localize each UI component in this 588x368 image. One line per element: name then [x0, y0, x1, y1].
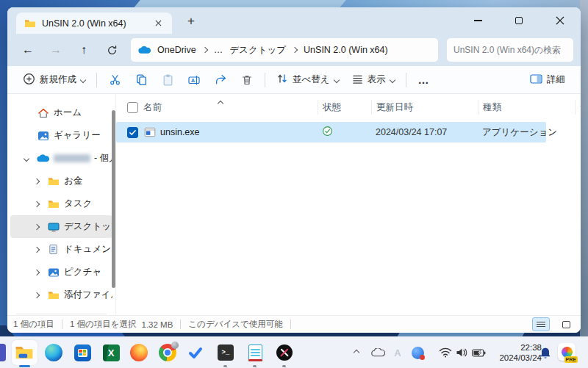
- chevron-right-icon: [34, 292, 40, 297]
- chevron-right-icon: [202, 47, 208, 53]
- up-icon[interactable]: ↑: [71, 38, 97, 62]
- item-count: 1 個の項目: [13, 319, 54, 330]
- breadcrumb-item-onedrive[interactable]: OneDrive: [157, 45, 196, 55]
- status-synced-icon: [322, 126, 333, 139]
- rename-icon[interactable]: A: [181, 69, 207, 91]
- onedrive-icon: [37, 152, 49, 165]
- chevron-right-icon: [34, 269, 40, 275]
- pictures-icon: [47, 266, 60, 278]
- desktop-icon: [47, 220, 60, 233]
- paste-icon[interactable]: [154, 69, 181, 91]
- column-header-type[interactable]: 種類: [478, 100, 575, 115]
- close-button[interactable]: [539, 7, 581, 34]
- taskbar-chrome-icon[interactable]: [158, 343, 177, 362]
- taskbar-x-app-icon[interactable]: [275, 343, 294, 362]
- sidebar-scrollbar[interactable]: [112, 110, 115, 288]
- exe-file-icon: [143, 126, 156, 139]
- search-box[interactable]: [447, 38, 573, 62]
- refresh-icon[interactable]: [98, 38, 125, 62]
- sidebar-item-attachments[interactable]: 添付ファイル: [10, 284, 112, 306]
- sidebar-item-documents[interactable]: ドキュメント: [10, 238, 112, 261]
- copy-icon[interactable]: [128, 69, 154, 91]
- column-header-modified[interactable]: 更新日時: [371, 100, 478, 115]
- running-indicator: [223, 365, 227, 367]
- file-row-unsin-exe[interactable]: unsin.exe 2024/03/24 17:07 アプリケーション: [116, 122, 546, 142]
- breadcrumb-item-current[interactable]: UnSIN 2.0 (Win x64): [304, 45, 388, 55]
- search-input[interactable]: [453, 45, 567, 55]
- hidden-icons-chevron[interactable]: [347, 343, 366, 362]
- taskbar-file-explorer-icon[interactable]: [15, 343, 34, 362]
- sidebar-item-okane[interactable]: お金: [10, 170, 112, 192]
- tray-app-sphere-icon[interactable]: [408, 343, 427, 362]
- file-explorer-window: UnSIN 2.0 (Win x64) + ← → ↑ OneDrive: [7, 7, 581, 333]
- folder-icon: [47, 198, 60, 210]
- tray-ime-indicator[interactable]: A: [388, 343, 407, 362]
- details-pane-icon: [530, 73, 542, 87]
- new-item-button[interactable]: 新規作成: [16, 69, 92, 91]
- taskbar-firefox-icon[interactable]: [129, 343, 148, 362]
- taskbar: X >_ A 22:38 2024/03/24 PRE: [0, 336, 588, 368]
- breadcrumb-item-desktop[interactable]: デスクトップ: [229, 44, 286, 57]
- select-all-checkbox[interactable]: [127, 102, 138, 113]
- taskbar-edge-icon[interactable]: [44, 343, 63, 362]
- details-pane-button[interactable]: 詳細: [523, 69, 572, 91]
- sidebar-item-home[interactable]: ホーム: [10, 101, 112, 124]
- chevron-right-icon: [34, 246, 40, 252]
- back-icon[interactable]: ←: [15, 38, 41, 62]
- sort-button[interactable]: 並べ替え: [270, 69, 345, 91]
- taskbar-terminal-icon[interactable]: >_: [216, 343, 235, 362]
- details-view-toggle[interactable]: [532, 317, 550, 331]
- taskbar-todo-icon[interactable]: [186, 343, 205, 362]
- selection-count: 1 個の項目を選択: [70, 319, 137, 330]
- chevron-down-icon: [389, 76, 395, 82]
- sidebar-item-tasks[interactable]: タスク: [10, 192, 112, 215]
- new-tab-button[interactable]: +: [182, 12, 200, 30]
- explorer-tab[interactable]: UnSIN 2.0 (Win x64): [16, 12, 172, 34]
- row-checkbox[interactable]: [127, 127, 138, 138]
- file-type: アプリケーション: [478, 126, 575, 139]
- view-lines-icon: [352, 73, 363, 87]
- more-options-icon[interactable]: …: [411, 69, 437, 91]
- tab-bar: UnSIN 2.0 (Win x64) +: [7, 7, 581, 34]
- sidebar-item-onedrive[interactable]: - 個人用: [10, 147, 112, 170]
- taskbar-excel-icon[interactable]: X: [101, 343, 121, 362]
- chevron-right-icon: [34, 223, 40, 229]
- file-name: unsin.exe: [160, 127, 200, 137]
- copilot-pre-badge: PRE: [564, 356, 578, 363]
- taskbar-notepad-icon[interactable]: [245, 343, 265, 362]
- maximize-button[interactable]: [498, 7, 539, 34]
- sidebar-separator: [16, 314, 107, 314]
- share-icon[interactable]: [207, 69, 234, 91]
- document-icon: [47, 243, 60, 256]
- sidebar-item-pictures[interactable]: ピクチャ: [10, 261, 112, 284]
- breadcrumb-ellipsis[interactable]: …: [214, 45, 223, 55]
- tab-title: UnSIN 2.0 (Win x64): [42, 18, 146, 29]
- gallery-icon: [37, 129, 49, 142]
- sidebar-item-gallery[interactable]: ギャラリー: [10, 124, 112, 147]
- view-button[interactable]: 表示: [345, 69, 401, 91]
- tab-close-icon[interactable]: [151, 17, 165, 30]
- large-icons-view-toggle[interactable]: [557, 317, 575, 331]
- taskbar-teams-icon[interactable]: [0, 343, 7, 362]
- file-modified: 2024/03/24 17:07: [371, 127, 478, 137]
- delete-icon[interactable]: [234, 69, 260, 91]
- battery-icon[interactable]: [469, 343, 488, 362]
- chevron-right-icon: [292, 47, 298, 53]
- cut-icon[interactable]: [101, 69, 128, 91]
- chevron-down-icon: [80, 76, 86, 82]
- forward-icon[interactable]: →: [43, 38, 69, 62]
- sidebar-item-desktop[interactable]: デスクトップ: [10, 215, 112, 238]
- selection-size: 1.32 MB: [142, 320, 173, 329]
- sort-ascending-icon: [218, 98, 223, 108]
- column-header-size[interactable]: サイズ: [575, 100, 581, 115]
- active-indicator: [19, 365, 30, 367]
- copilot-icon[interactable]: PRE: [558, 343, 576, 361]
- minimize-button[interactable]: [457, 7, 498, 34]
- column-header-status[interactable]: 状態: [318, 100, 371, 115]
- column-header-name[interactable]: 名前: [143, 101, 318, 114]
- notification-bell-icon[interactable]: [536, 343, 555, 362]
- breadcrumb[interactable]: OneDrive … デスクトップ UnSIN 2.0 (Win x64): [131, 38, 438, 62]
- file-list: 名前 状態 更新日時 種類 サイズ unsin.exe: [116, 94, 581, 315]
- tray-onedrive-icon[interactable]: [368, 343, 387, 362]
- taskbar-store-icon[interactable]: [73, 343, 92, 362]
